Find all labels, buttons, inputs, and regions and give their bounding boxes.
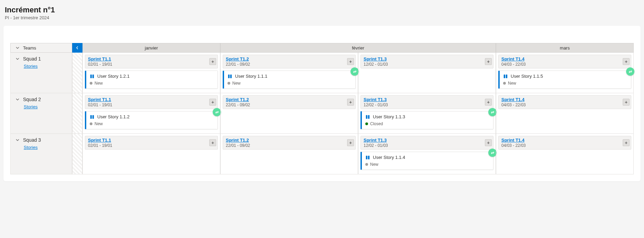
sprint-dates: 04/03 - 22/03 <box>501 62 628 67</box>
sprint-dates: 02/01 - 19/01 <box>88 143 215 148</box>
sprint-link[interactable]: Sprint T1.2 <box>226 56 353 62</box>
sprint-link[interactable]: Sprint T1.3 <box>364 56 490 62</box>
scroll-left-button[interactable] <box>72 43 82 53</box>
story-card[interactable]: User Story 1.1.3 Closed <box>360 111 493 129</box>
svg-rect-11 <box>368 155 369 159</box>
sprint-link[interactable]: Sprint T1.4 <box>501 138 628 143</box>
stories-link[interactable]: Stories <box>24 145 68 150</box>
sprint-dates: 04/03 - 22/03 <box>501 143 628 148</box>
month-header: janvier <box>82 43 220 53</box>
story-card[interactable]: User Story 1.1.5 New <box>498 71 631 89</box>
sprint-cell: Sprint T1.2 22/01 - 09/02 + <box>220 134 358 174</box>
user-story-icon <box>365 155 370 160</box>
add-story-button[interactable]: + <box>209 58 216 65</box>
add-story-button[interactable]: + <box>209 99 216 106</box>
sprint-header: Sprint T1.2 22/01 - 09/02 + <box>223 95 356 109</box>
page-title: Incrément n°1 <box>5 6 639 14</box>
status-dot-icon <box>365 163 368 166</box>
add-story-button[interactable]: + <box>623 99 630 106</box>
link-icon[interactable] <box>626 67 634 76</box>
story-title: User Story 1.2.1 <box>97 74 130 79</box>
sprint-link[interactable]: Sprint T1.1 <box>88 97 215 102</box>
svg-rect-9 <box>368 115 369 119</box>
sprint-link[interactable]: Sprint T1.3 <box>364 138 490 143</box>
svg-rect-2 <box>228 74 230 78</box>
sprint-link[interactable]: Sprint T1.2 <box>226 138 353 143</box>
story-card[interactable]: User Story 1.2.1 New <box>85 71 218 89</box>
add-story-button[interactable]: + <box>485 99 492 106</box>
svg-rect-1 <box>92 74 94 78</box>
status-dot-icon <box>365 122 368 125</box>
teams-label: Teams <box>23 45 36 51</box>
sprint-cell: Sprint T1.3 12/02 - 01/03 + User Story 1… <box>358 134 496 174</box>
chevron-down-icon[interactable] <box>15 138 20 142</box>
link-icon[interactable] <box>488 108 497 116</box>
sprint-link[interactable]: Sprint T1.4 <box>501 97 628 102</box>
row-gutter <box>72 93 82 134</box>
story-card[interactable]: User Story 1.1.2 New <box>85 111 218 129</box>
svg-rect-4 <box>504 74 505 78</box>
squad-row-side: Squad 1 Stories <box>10 53 72 93</box>
add-story-button[interactable]: + <box>485 58 492 65</box>
svg-rect-10 <box>366 155 367 159</box>
sprint-header: Sprint T1.3 12/02 - 01/03 + <box>360 136 493 150</box>
sprint-cell: Sprint T1.4 04/03 - 22/03 + User Story 1… <box>496 53 634 93</box>
add-story-button[interactable]: + <box>485 139 492 146</box>
sprint-cell: Sprint T1.2 22/01 - 09/02 + <box>220 93 358 134</box>
chevron-down-icon[interactable] <box>15 97 20 101</box>
sprint-header: Sprint T1.4 04/03 - 22/03 + <box>498 136 631 150</box>
sprint-cell: Sprint T1.1 02/01 - 19/01 + User Story 1… <box>82 93 220 134</box>
add-story-button[interactable]: + <box>209 139 216 146</box>
sprint-link[interactable]: Sprint T1.4 <box>501 56 628 62</box>
teams-column-header: Teams <box>10 43 72 53</box>
month-header: mars <box>496 43 634 53</box>
story-title: User Story 1.1.4 <box>373 155 405 160</box>
status-dot-icon <box>90 82 92 85</box>
user-story-icon <box>90 115 95 119</box>
sprint-header: Sprint T1.1 02/01 - 19/01 + <box>85 95 218 109</box>
add-story-button[interactable]: + <box>347 99 354 106</box>
squad-row-side: Squad 2 Stories <box>10 93 72 134</box>
svg-rect-7 <box>92 115 94 119</box>
story-card[interactable]: User Story 1.1.1 New <box>223 71 356 89</box>
sprint-dates: 02/01 - 19/01 <box>88 102 215 107</box>
squad-name: Squad 3 <box>23 137 41 143</box>
stories-link[interactable]: Stories <box>24 104 68 109</box>
story-title: User Story 1.1.1 <box>235 74 267 79</box>
sprint-link[interactable]: Sprint T1.3 <box>364 97 490 102</box>
sprint-cell: Sprint T1.1 02/01 - 19/01 + User Story 1… <box>82 53 220 93</box>
sprint-header: Sprint T1.2 22/01 - 09/02 + <box>223 136 356 150</box>
sprint-link[interactable]: Sprint T1.1 <box>88 56 215 62</box>
link-icon[interactable] <box>488 149 497 157</box>
add-story-button[interactable]: + <box>623 58 630 65</box>
row-gutter <box>72 134 82 174</box>
add-story-button[interactable]: + <box>623 139 630 146</box>
sprint-cell: Sprint T1.2 22/01 - 09/02 + User Story 1… <box>220 53 358 93</box>
svg-rect-5 <box>506 74 507 78</box>
sprint-cell: Sprint T1.3 12/02 - 01/03 + <box>358 53 496 93</box>
sprint-link[interactable]: Sprint T1.1 <box>88 138 215 143</box>
sprint-dates: 12/02 - 01/03 <box>364 143 490 148</box>
page-header: Incrément n°1 PI - 1er trimestre 2024 <box>3 3 641 26</box>
svg-rect-6 <box>90 115 92 119</box>
link-icon[interactable] <box>213 108 221 116</box>
status-dot-icon <box>90 122 92 125</box>
chevron-down-icon[interactable] <box>15 46 20 50</box>
sprint-dates: 12/02 - 01/03 <box>364 62 490 67</box>
stories-link[interactable]: Stories <box>24 64 68 69</box>
svg-rect-0 <box>90 74 92 78</box>
story-status: New <box>508 81 516 86</box>
chevron-down-icon[interactable] <box>15 57 20 61</box>
story-card[interactable]: User Story 1.1.4 New <box>360 152 493 170</box>
sprint-dates: 04/03 - 22/03 <box>501 102 628 107</box>
sprint-header: Sprint T1.3 12/02 - 01/03 + <box>360 95 493 109</box>
sprint-link[interactable]: Sprint T1.2 <box>226 97 353 102</box>
user-story-icon <box>90 74 95 79</box>
link-icon[interactable] <box>351 67 359 76</box>
svg-rect-3 <box>230 74 232 78</box>
squad-row-side: Squad 3 Stories <box>10 134 72 174</box>
status-dot-icon <box>227 82 230 85</box>
add-story-button[interactable]: + <box>347 139 354 146</box>
user-story-icon <box>503 74 508 79</box>
add-story-button[interactable]: + <box>347 58 354 65</box>
